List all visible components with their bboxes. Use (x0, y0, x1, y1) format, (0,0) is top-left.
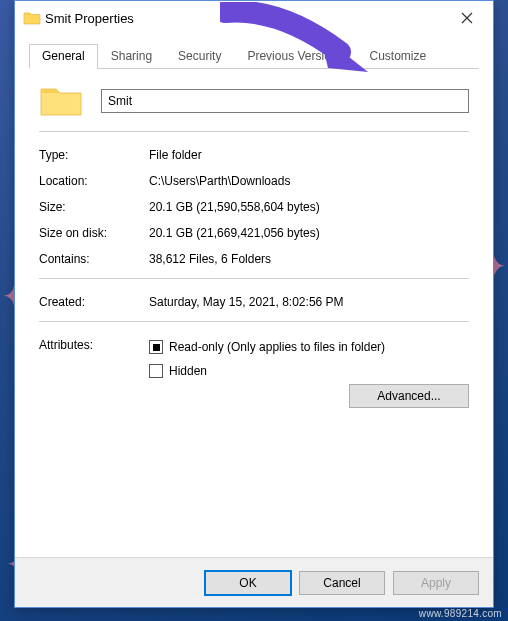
location-label: Location: (39, 174, 149, 188)
separator (39, 131, 469, 132)
hidden-label: Hidden (169, 364, 469, 378)
checkbox-indeterminate-icon (153, 344, 160, 351)
size-on-disk-label: Size on disk: (39, 226, 149, 240)
separator (39, 321, 469, 322)
cancel-button[interactable]: Cancel (299, 571, 385, 595)
tab-previous-versions[interactable]: Previous Versions (234, 44, 356, 69)
readonly-checkbox[interactable] (149, 340, 163, 354)
folder-name-input[interactable] (101, 89, 469, 113)
type-value: File folder (149, 148, 469, 162)
size-label: Size: (39, 200, 149, 214)
folder-icon (23, 10, 41, 26)
tab-customize[interactable]: Customize (356, 44, 439, 69)
hidden-checkbox[interactable] (149, 364, 163, 378)
close-button[interactable] (447, 4, 487, 32)
folder-large-icon (39, 83, 83, 119)
tab-security[interactable]: Security (165, 44, 234, 69)
tab-strip: General Sharing Security Previous Versio… (15, 35, 493, 69)
attributes-label: Attributes: (39, 338, 149, 408)
apply-button[interactable]: Apply (393, 571, 479, 595)
properties-dialog: Smit Properties General Sharing Security… (14, 0, 494, 608)
tab-sharing[interactable]: Sharing (98, 44, 165, 69)
created-value: Saturday, May 15, 2021, 8:02:56 PM (149, 295, 469, 309)
close-icon (461, 12, 473, 24)
readonly-label: Read-only (Only applies to files in fold… (169, 340, 385, 354)
ok-button[interactable]: OK (205, 571, 291, 595)
dialog-footer: OK Cancel Apply (15, 557, 493, 607)
size-value: 20.1 GB (21,590,558,604 bytes) (149, 200, 469, 214)
contains-value: 38,612 Files, 6 Folders (149, 252, 469, 266)
general-panel: Type: File folder Location: C:\Users\Par… (15, 69, 493, 557)
titlebar: Smit Properties (15, 1, 493, 35)
contains-label: Contains: (39, 252, 149, 266)
advanced-button[interactable]: Advanced... (349, 384, 469, 408)
window-title: Smit Properties (41, 11, 447, 26)
type-label: Type: (39, 148, 149, 162)
separator (39, 278, 469, 279)
watermark: www.989214.com (419, 608, 502, 619)
tab-general[interactable]: General (29, 44, 98, 69)
location-value: C:\Users\Parth\Downloads (149, 174, 469, 188)
size-on-disk-value: 20.1 GB (21,669,421,056 bytes) (149, 226, 469, 240)
created-label: Created: (39, 295, 149, 309)
